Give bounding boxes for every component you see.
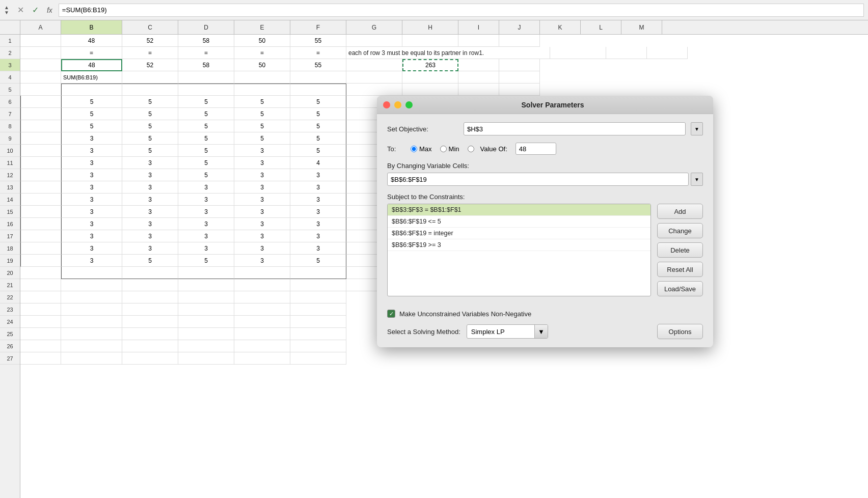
cell-f8[interactable]: 5 <box>290 120 346 132</box>
cell-e9[interactable]: 5 <box>234 132 290 145</box>
cell-b3[interactable]: 48 <box>61 59 122 71</box>
cell-a6[interactable] <box>20 96 61 108</box>
cell-e11[interactable]: 3 <box>234 157 290 169</box>
cell-e4[interactable] <box>234 71 290 84</box>
set-objective-input[interactable] <box>464 122 686 135</box>
min-radio-option[interactable]: Min <box>440 145 459 153</box>
row-header-6[interactable]: 6 <box>0 96 20 108</box>
cell-h2[interactable] <box>550 47 606 59</box>
row-header-20[interactable]: 20 <box>0 267 20 279</box>
constraint-item[interactable]: $B$6:$F$19 <= 5 <box>388 216 650 228</box>
row-header-27[interactable]: 27 <box>0 352 20 365</box>
cell-c4[interactable] <box>122 71 178 84</box>
cell-e18[interactable]: 3 <box>234 242 290 255</box>
cell-d12[interactable]: 5 <box>178 169 234 181</box>
cell-i2[interactable] <box>606 47 647 59</box>
cell-a7[interactable] <box>20 108 61 120</box>
cell-c19[interactable]: 5 <box>122 255 178 267</box>
row-header-7[interactable]: 7 <box>0 108 20 120</box>
cell-d18[interactable]: 3 <box>178 242 234 255</box>
cell-f9[interactable]: 5 <box>290 132 346 145</box>
cell-e12[interactable]: 3 <box>234 169 290 181</box>
cell-e19[interactable]: 3 <box>234 255 290 267</box>
set-objective-collapse-btn[interactable]: ▼ <box>691 122 703 135</box>
cell-b13[interactable]: 3 <box>61 181 122 193</box>
cell-c21[interactable] <box>122 279 178 291</box>
cell-d9[interactable]: 5 <box>178 132 234 145</box>
cell-a19[interactable] <box>20 255 61 267</box>
cell-g1[interactable] <box>346 35 402 47</box>
constraint-item[interactable]: $B$3:$F$3 = $B$1:$F$1 <box>388 204 650 216</box>
cell-c18[interactable]: 3 <box>122 242 178 255</box>
row-header-12[interactable]: 12 <box>0 169 20 181</box>
cell-b12[interactable]: 3 <box>61 169 122 181</box>
cell-f18[interactable]: 3 <box>290 242 346 255</box>
cell-a12[interactable] <box>20 169 61 181</box>
cell-c2[interactable]: = <box>122 47 178 59</box>
cell-i1[interactable] <box>458 35 499 47</box>
cell-a1[interactable] <box>20 35 61 47</box>
cell-d16[interactable]: 3 <box>178 218 234 230</box>
value-of-radio[interactable] <box>468 146 474 152</box>
cell-b8[interactable]: 5 <box>61 120 122 132</box>
cell-f7[interactable]: 5 <box>290 108 346 120</box>
cell-f15[interactable]: 3 <box>290 206 346 218</box>
cell-h4[interactable] <box>402 71 458 84</box>
cell-d11[interactable]: 5 <box>178 157 234 169</box>
minimize-button[interactable] <box>394 101 401 108</box>
cell-d13[interactable]: 3 <box>178 181 234 193</box>
change-button[interactable]: Change <box>657 223 703 238</box>
value-of-radio-option[interactable]: Value Of: <box>468 145 507 153</box>
cell-h1[interactable] <box>402 35 458 47</box>
cell-f20[interactable] <box>290 267 346 279</box>
reset-all-button[interactable]: Reset All <box>657 262 703 277</box>
cell-c14[interactable]: 3 <box>122 193 178 206</box>
cell-c13[interactable]: 3 <box>122 181 178 193</box>
value-of-input[interactable] <box>516 143 556 155</box>
cell-b5[interactable] <box>61 84 122 96</box>
cell-c6[interactable]: 5 <box>122 96 178 108</box>
cell-f5[interactable] <box>290 84 346 96</box>
cell-a15[interactable] <box>20 206 61 218</box>
row-header-21[interactable]: 21 <box>0 279 20 291</box>
method-select[interactable]: Simplex LP ▼ <box>467 324 548 339</box>
row-header-22[interactable]: 22 <box>0 291 20 303</box>
cell-e21[interactable] <box>234 279 290 291</box>
col-header-e[interactable]: E <box>234 20 290 34</box>
cell-a21[interactable] <box>20 279 61 291</box>
cell-e6[interactable]: 5 <box>234 96 290 108</box>
cell-a14[interactable] <box>20 193 61 206</box>
row-header-2[interactable]: 2 <box>0 47 20 59</box>
col-header-j[interactable]: J <box>499 20 540 34</box>
row-header-10[interactable]: 10 <box>0 145 20 157</box>
row-header-13[interactable]: 13 <box>0 181 20 193</box>
cell-h5[interactable] <box>402 84 458 96</box>
cell-a4[interactable] <box>20 71 61 84</box>
cell-b7[interactable]: 5 <box>61 108 122 120</box>
cell-b11[interactable]: 3 <box>61 157 122 169</box>
cell-b18[interactable]: 3 <box>61 242 122 255</box>
cell-c15[interactable]: 3 <box>122 206 178 218</box>
cancel-formula-icon[interactable]: ✕ <box>15 5 26 15</box>
delete-button[interactable]: Delete <box>657 242 703 258</box>
constraints-list[interactable]: $B$3:$F$3 = $B$1:$F$1$B$6:$F$19 <= 5$B$6… <box>387 204 651 296</box>
cell-c12[interactable]: 3 <box>122 169 178 181</box>
cell-d10[interactable]: 5 <box>178 145 234 157</box>
cell-g4[interactable] <box>346 71 402 84</box>
cell-i3[interactable] <box>458 59 499 71</box>
cell-d21[interactable] <box>178 279 234 291</box>
cell-e5[interactable] <box>234 84 290 96</box>
cell-nav[interactable]: ▲ ▼ <box>4 5 9 15</box>
confirm-formula-icon[interactable]: ✓ <box>30 5 41 15</box>
cell-e8[interactable]: 5 <box>234 120 290 132</box>
row-header-1[interactable]: 1 <box>0 35 20 47</box>
cell-b10[interactable]: 3 <box>61 145 122 157</box>
cell-c9[interactable]: 5 <box>122 132 178 145</box>
cell-d3[interactable]: 58 <box>178 59 234 71</box>
maximize-button[interactable] <box>405 101 413 108</box>
cell-i4[interactable] <box>458 71 499 84</box>
by-changing-collapse-btn[interactable]: ▼ <box>691 173 703 186</box>
cell-g2[interactable]: each of row 3 must be equal to its partn… <box>346 47 550 59</box>
cell-c11[interactable]: 3 <box>122 157 178 169</box>
cell-i5[interactable] <box>458 84 499 96</box>
